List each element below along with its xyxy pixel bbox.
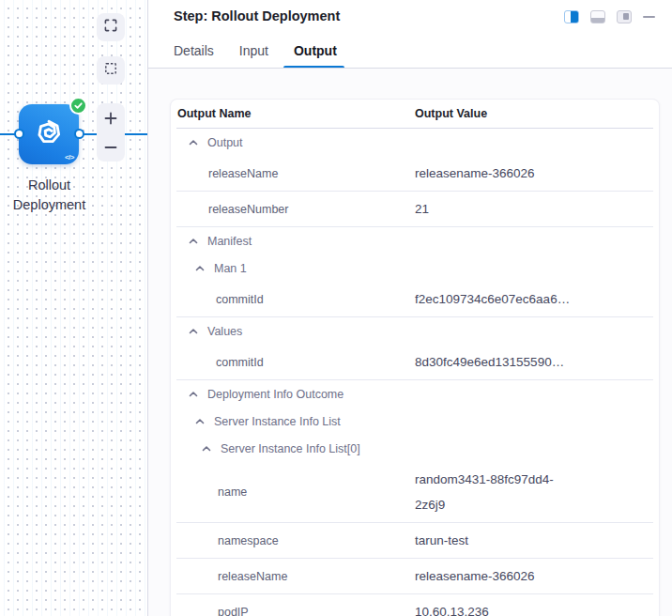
split-view-icon[interactable] (564, 10, 579, 23)
output-tab-content: Output Name Output Value Output releaseN… (148, 69, 672, 616)
output-value: 8d30fc49e6ed13155590… (415, 349, 564, 375)
chevron-up-icon[interactable] (201, 443, 212, 454)
group-row: Server Instance Info List[0] (176, 435, 653, 462)
chevron-up-icon[interactable] (188, 236, 199, 247)
column-header-output-name: Output Name (176, 107, 415, 120)
chevron-up-icon[interactable] (188, 389, 199, 400)
zoom-out-icon (104, 141, 117, 154)
zoom-out-button[interactable] (97, 132, 125, 162)
table-row: namespace tarun-test (176, 523, 653, 559)
tab-details[interactable]: Details (174, 43, 214, 68)
output-value: random3431-88fc97dd4-2z6j9 (415, 467, 584, 517)
page-title: Step: Rollout Deployment (174, 8, 340, 23)
panel-header: Step: Rollout Deployment Details Input O… (148, 0, 672, 69)
minimize-icon[interactable] (643, 16, 655, 19)
table-header-row: Output Name Output Value (176, 100, 653, 129)
step-details-panel: Step: Rollout Deployment Details Input O… (148, 0, 672, 616)
output-name: releaseName (176, 570, 415, 583)
group-label: Values (207, 325, 242, 338)
output-name: releaseName (176, 167, 415, 180)
window-controls (564, 8, 655, 23)
tab-input[interactable]: Input (239, 43, 268, 68)
group-label: Server Instance Info List (214, 415, 341, 428)
output-value: tarun-test (415, 528, 468, 553)
group-row: Deployment Info Outcome (176, 380, 653, 408)
expand-canvas-button[interactable] (97, 13, 125, 41)
chevron-up-icon[interactable] (194, 416, 206, 427)
chevron-up-icon[interactable] (188, 137, 199, 148)
table-row: releaseNumber 21 (176, 192, 653, 227)
output-name: namespace (176, 534, 415, 547)
table-row: commitId f2ec109734c6e07ec6aa6… (176, 282, 653, 317)
output-value: releasename-366026 (415, 161, 535, 186)
output-name: podIP (176, 606, 415, 616)
output-port[interactable] (74, 129, 84, 139)
group-row: Output (176, 129, 653, 156)
table-row: releaseName releasename-366026 (176, 559, 653, 594)
group-label: Manifest (207, 235, 252, 248)
group-label: Server Instance Info List[0] (221, 442, 360, 455)
output-value: 10.60.13.236 (415, 599, 489, 616)
output-value: f2ec109734c6e07ec6aa6… (415, 286, 570, 312)
group-label: Man 1 (214, 262, 247, 275)
pipeline-canvas[interactable]: </> Rollout Deployment (0, 0, 147, 616)
zoom-control (97, 103, 125, 162)
marquee-select-icon (103, 61, 118, 80)
table-row: releaseName releasename-366026 (176, 156, 653, 192)
output-table-card: Output Name Output Value Output releaseN… (170, 99, 660, 616)
tab-output[interactable]: Output (294, 43, 337, 68)
input-port[interactable] (14, 129, 24, 139)
group-row: Values (176, 317, 653, 345)
zoom-in-button[interactable] (97, 103, 125, 132)
bottom-panel-icon[interactable] (590, 10, 605, 23)
zoom-in-icon (104, 112, 117, 125)
group-row: Manifest (176, 227, 653, 254)
marquee-select-button[interactable] (97, 56, 125, 85)
table-row: commitId 8d30fc49e6ed13155590… (176, 345, 653, 380)
success-check-icon (69, 97, 87, 115)
app-window: </> Rollout Deployment (0, 0, 672, 616)
output-name: name (176, 485, 415, 499)
output-value: 21 (415, 196, 429, 222)
expand-icon (103, 18, 118, 37)
chevron-up-icon[interactable] (188, 326, 199, 337)
floating-panel-icon[interactable] (617, 10, 632, 23)
code-icon: </> (65, 153, 74, 162)
output-name: commitId (176, 356, 415, 369)
group-label: Output (207, 136, 243, 149)
tab-bar: Details Input Output (148, 32, 672, 68)
table-row: podIP 10.60.13.236 (176, 594, 653, 616)
output-name: releaseNumber (176, 203, 415, 216)
output-value: releasename-366026 (415, 563, 535, 589)
column-header-output-value: Output Value (415, 107, 487, 120)
step-node-rollout-deployment[interactable]: </> (19, 104, 79, 164)
group-row: Man 1 (176, 254, 653, 282)
output-name: commitId (176, 293, 415, 306)
group-row: Server Instance Info List (176, 408, 653, 435)
group-label: Deployment Info Outcome (207, 388, 344, 401)
node-label: Rollout Deployment (0, 176, 99, 215)
harness-logo-icon (33, 116, 65, 152)
table-row: name random3431-88fc97dd4-2z6j9 (176, 462, 653, 523)
chevron-up-icon[interactable] (194, 263, 206, 274)
